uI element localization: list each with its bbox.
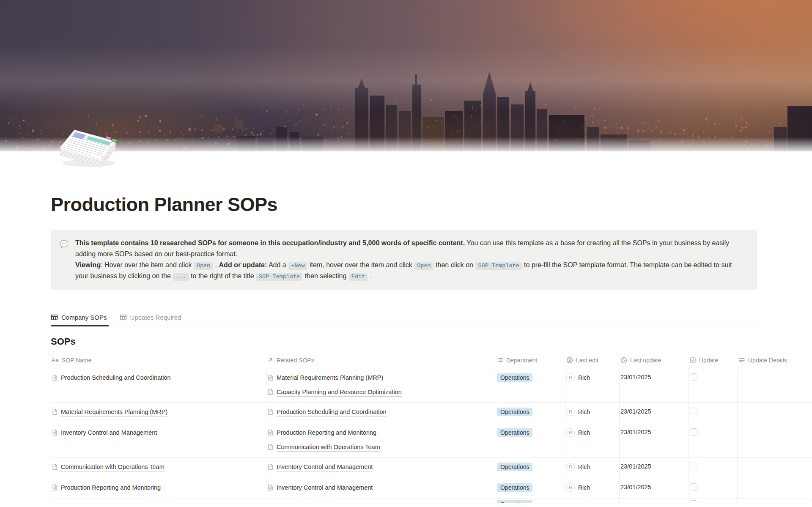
cell-last-update[interactable]: 23/01/2025 (620, 403, 689, 423)
inline-code-chip: SOP Template (256, 273, 302, 281)
related-sop-link[interactable]: Inventory Control and Management (277, 463, 373, 471)
cell-last-edit[interactable]: RRich (565, 458, 620, 478)
cell-sop-name[interactable]: Production Reporting and Monitoring (51, 478, 266, 499)
editor-name: Rich (578, 463, 590, 470)
table-body: Production Scheduling and CoordinationMa… (51, 368, 812, 503)
table-row: Inventory Control and ManagementProducti… (51, 423, 812, 458)
date-value: 23/01/2025 (620, 408, 651, 415)
tab-updates-required[interactable]: Updates Required (120, 314, 183, 326)
cell-last-update[interactable]: 23/01/2025 (620, 423, 689, 457)
document-icon (267, 374, 274, 381)
database-title: SOPs (51, 336, 812, 347)
tab-label: Updates Required (130, 314, 181, 321)
related-sop-link[interactable]: Capacity Planning and Resource Optimizat… (277, 388, 402, 397)
tab-company-sops[interactable]: Company SOPs (51, 314, 109, 326)
department-tag: Operations (497, 483, 532, 492)
cell-update-details[interactable] (738, 368, 812, 402)
cell-update-details[interactable] (738, 403, 812, 423)
cell-update[interactable] (689, 368, 738, 402)
cell-update[interactable] (689, 478, 738, 499)
inline-code-chip: SOP Template (475, 262, 521, 270)
callout-line-2: Viewing: Hover over the item and click O… (75, 260, 746, 282)
document-icon (267, 389, 274, 395)
related-sop-link[interactable]: Production Scheduling and Coordination (277, 408, 387, 417)
update-checkbox[interactable] (690, 373, 697, 381)
cell-update[interactable] (689, 423, 738, 457)
cell-sop-name[interactable]: Inventory Control and Management (51, 423, 266, 457)
cell-last-update[interactable]: 23/01/2025 (620, 478, 689, 499)
department-tag: Operations (497, 500, 532, 503)
table-icon (51, 314, 58, 321)
cell-last-edit[interactable]: RRich (565, 478, 620, 499)
document-icon (52, 429, 58, 436)
view-tabs: Company SOPs Updates Required (51, 314, 759, 326)
cell-last-update[interactable]: 23/01/2025 (620, 458, 689, 478)
table-row: Production Reporting and MonitoringInven… (51, 478, 812, 499)
cell-department[interactable]: Operations (496, 403, 565, 423)
cell-last-edit[interactable]: RRich (565, 403, 620, 423)
date-value: 23/01/2025 (620, 429, 651, 436)
update-checkbox[interactable] (690, 428, 697, 436)
related-sop-link[interactable]: Material Requirements Planning (MRP) (277, 373, 383, 382)
editor-name: Rich (578, 429, 590, 436)
cell-related-sops[interactable]: Inventory Control and Management (266, 458, 496, 478)
department-tag: Operations (497, 408, 532, 416)
cover-haze-overlay (0, 0, 812, 151)
cell-department[interactable]: Operations (496, 368, 565, 402)
column-header-last-edit[interactable]: Last edit (565, 353, 620, 368)
cell-last-edit[interactable]: RRich (565, 423, 620, 457)
cell-sop-name[interactable]: Production Scheduling and Coordination (51, 368, 266, 402)
page-cover-image (0, 0, 812, 151)
cell-related-sops[interactable]: Production Reporting and MonitoringCommu… (266, 423, 496, 457)
column-header-sop-name[interactable]: Aa SOP Name (51, 353, 266, 368)
column-header-department[interactable]: Department (496, 353, 565, 368)
document-icon (267, 444, 274, 450)
update-checkbox[interactable] (690, 408, 697, 415)
person-icon (566, 357, 573, 364)
cell-update-details[interactable] (738, 423, 812, 457)
sop-name-link[interactable]: Production Scheduling and Coordination (61, 373, 171, 382)
cell-update[interactable] (689, 403, 738, 423)
speech-bubble-icon (58, 238, 70, 282)
page-icon[interactable] (58, 128, 122, 167)
column-header-last-update[interactable]: Last update (620, 353, 689, 368)
related-sop-link[interactable]: Production Reporting and Monitoring (277, 428, 376, 437)
sop-name-link[interactable]: Communication with Operations Team (61, 463, 165, 471)
update-checkbox[interactable] (690, 463, 697, 470)
cell-department[interactable]: Operations (496, 458, 565, 478)
sop-name-link[interactable]: Inventory Control and Management (61, 428, 157, 437)
cell-last-edit[interactable]: RRich (565, 368, 620, 402)
table-header-row: Aa SOP Name Related SOPs Department (51, 353, 812, 368)
update-checkbox[interactable] (690, 483, 697, 491)
sop-name-link[interactable]: Material Requirements Planning (MRP) (61, 408, 167, 417)
cell-related-sops[interactable]: Production Scheduling and Coordination (266, 403, 496, 423)
column-header-update-details[interactable]: Update Details (738, 353, 812, 368)
avatar: R (566, 483, 575, 492)
related-sop-link[interactable]: Communication with Operations Team (277, 443, 380, 452)
cell-related-sops[interactable]: Inventory Control and Management (266, 478, 496, 499)
cell-update[interactable] (689, 458, 738, 478)
inline-code-chip: Open (414, 262, 433, 270)
avatar: R (566, 408, 575, 416)
cell-update-details[interactable] (738, 458, 812, 478)
avatar: R (566, 373, 575, 382)
cell-sop-name[interactable]: Communication with Operations Team (51, 458, 266, 478)
page-content: Production Planner SOPs This template co… (0, 193, 812, 503)
inline-code-chip: +New (288, 262, 307, 270)
select-list-icon (497, 357, 503, 363)
cell-last-update[interactable]: 23/01/2025 (620, 368, 689, 402)
text-icon: Aa (52, 357, 59, 363)
cell-update-details[interactable] (738, 478, 812, 499)
cell-sop-name[interactable]: Material Requirements Planning (MRP) (51, 403, 266, 423)
column-header-update[interactable]: Update (689, 353, 738, 368)
inline-code-chip: Open (194, 262, 213, 270)
column-header-related-sops[interactable]: Related SOPs (266, 353, 496, 368)
sop-name-link[interactable]: Production Reporting and Monitoring (61, 483, 161, 492)
avatar: R (566, 428, 575, 437)
cell-department[interactable]: Operations (496, 478, 565, 499)
inline-code-chip: Edit (349, 273, 368, 281)
cell-related-sops[interactable]: Material Requirements Planning (MRP)Capa… (266, 368, 496, 402)
related-sop-link[interactable]: Inventory Control and Management (277, 483, 373, 492)
document-icon (52, 374, 58, 381)
cell-department[interactable]: Operations (496, 423, 565, 457)
